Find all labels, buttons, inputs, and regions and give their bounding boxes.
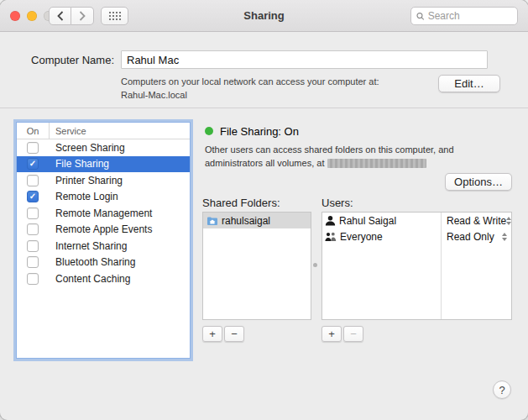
service-row-bluetooth-sharing[interactable]: Bluetooth Sharing (17, 255, 190, 271)
remove-user-button[interactable]: − (343, 326, 363, 342)
service-checkbox[interactable] (27, 223, 39, 235)
shared-folders-list: rahulsaigal (202, 212, 311, 320)
service-label: File Sharing (49, 158, 109, 170)
services-header: On Service (17, 123, 190, 139)
service-checkbox[interactable] (27, 240, 39, 252)
user-name: Everyone (340, 231, 383, 243)
redacted-address (327, 159, 426, 168)
permission-value: Read & Write (447, 215, 506, 227)
user-row[interactable]: Everyone Read Only (322, 228, 511, 244)
service-row-remote-management[interactable]: Remote Management (17, 205, 190, 222)
service-label: Printer Sharing (49, 175, 123, 186)
options-button[interactable]: Options… (445, 173, 512, 191)
close-button[interactable] (10, 11, 20, 21)
nav-buttons (49, 7, 94, 25)
service-label: Content Caching (49, 273, 130, 285)
description-line-2: Rahul-Mac.local (121, 89, 379, 102)
service-row-remote-apple-events[interactable]: Remote Apple Events (17, 222, 190, 239)
group-icon (325, 231, 337, 242)
service-label: Remote Login (49, 191, 118, 202)
permission-value: Read Only (447, 231, 502, 243)
description-line-1: Computers on your local network can acce… (121, 76, 379, 89)
service-row-internet-sharing[interactable]: Internet Sharing (17, 238, 190, 255)
minimize-button[interactable] (27, 11, 37, 21)
edit-button[interactable]: Edit… (438, 75, 500, 92)
users-controls: + − (322, 326, 363, 342)
search-icon (416, 12, 425, 21)
traffic-lights (10, 11, 54, 21)
service-checkbox[interactable] (27, 158, 39, 170)
service-label: Internet Sharing (49, 240, 127, 252)
service-checkbox[interactable] (27, 175, 39, 186)
home-folder-icon (206, 216, 218, 226)
service-label: Remote Management (49, 207, 152, 219)
remove-shared-folder-button[interactable]: − (224, 326, 244, 342)
computer-name-description: Computers on your local network can acce… (121, 76, 379, 102)
column-header-on: On (17, 126, 49, 136)
add-user-button[interactable]: + (322, 326, 342, 342)
detail-description: Other users can access shared folders on… (205, 144, 514, 171)
computer-name-field[interactable] (121, 50, 488, 69)
column-header-service: Service (49, 126, 86, 136)
service-row-content-caching[interactable]: Content Caching (17, 270, 190, 287)
service-label: Bluetooth Sharing (49, 256, 135, 268)
user-icon (325, 215, 336, 226)
stepper-icon (502, 233, 507, 241)
show-all-button[interactable] (101, 7, 128, 25)
service-row-printer-sharing[interactable]: Printer Sharing (17, 172, 190, 189)
service-checkbox[interactable] (27, 191, 39, 202)
sharing-preferences-window: Sharing Computer Name: Computers on your… (0, 0, 528, 420)
splitter-dot (313, 263, 317, 267)
chevron-left-icon (57, 11, 64, 21)
stepper-icon (506, 217, 511, 225)
services-list: On Service Screen Sharing File Sharing P… (16, 122, 191, 359)
service-checkbox[interactable] (27, 142, 39, 154)
shared-folders-label: Shared Folders: (202, 197, 280, 209)
back-button[interactable] (49, 7, 71, 25)
search-input[interactable] (428, 10, 512, 22)
forward-button[interactable] (71, 7, 94, 25)
user-row[interactable]: Rahul Saigal Read & Write (322, 213, 511, 228)
permission-select[interactable]: Read & Write (442, 213, 511, 228)
add-shared-folder-button[interactable]: + (202, 326, 222, 342)
computer-name-label: Computer Name: (25, 54, 114, 66)
service-label: Remote Apple Events (49, 223, 152, 235)
users-list: Rahul Saigal Read & Write Everyone Read … (322, 212, 512, 320)
help-button[interactable]: ? (493, 381, 511, 399)
shared-folders-controls: + − (202, 326, 244, 342)
section-divider (0, 108, 528, 108)
service-label: Screen Sharing (49, 142, 125, 154)
service-checkbox[interactable] (27, 273, 39, 285)
status-green-dot (205, 127, 213, 135)
shared-folder-name: rahulsaigal (222, 215, 270, 227)
chevron-right-icon (79, 11, 86, 21)
search-field[interactable] (410, 7, 518, 25)
column-separator (49, 123, 50, 139)
grid-icon (108, 11, 122, 21)
service-checkbox[interactable] (27, 256, 39, 268)
shared-folder-row[interactable]: rahulsaigal (203, 213, 311, 228)
users-label: Users: (322, 197, 353, 209)
service-row-screen-sharing[interactable]: Screen Sharing (17, 139, 190, 156)
service-checkbox[interactable] (27, 207, 39, 219)
service-row-remote-login[interactable]: Remote Login (17, 189, 190, 206)
user-name: Rahul Saigal (339, 215, 396, 227)
service-row-file-sharing[interactable]: File Sharing (17, 156, 190, 173)
titlebar: Sharing (0, 0, 528, 32)
status-title: File Sharing: On (220, 125, 299, 138)
permission-select[interactable]: Read Only (442, 228, 511, 244)
